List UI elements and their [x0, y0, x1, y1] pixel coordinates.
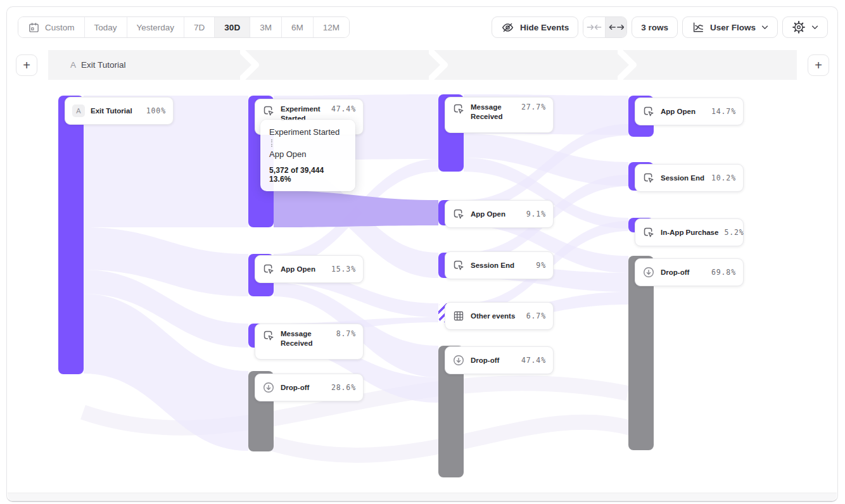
- hide-events-button[interactable]: Hide Events: [492, 16, 578, 38]
- node-label: Other events: [471, 312, 515, 321]
- step-divider-chevron: [240, 50, 259, 80]
- calendar-icon: [28, 22, 40, 34]
- node-card-message-received-step2[interactable]: Message Received8.7%: [255, 324, 364, 360]
- horizontal-scrollbar[interactable]: [8, 493, 837, 501]
- tap-icon: [642, 172, 655, 184]
- view-selector-button[interactable]: User Flows: [682, 16, 778, 38]
- tap-icon: [452, 208, 465, 220]
- date-range-7d[interactable]: 7D: [184, 17, 214, 37]
- tap-icon: [452, 103, 465, 115]
- node-value: 5.2%: [724, 228, 744, 237]
- node-card-other-events-step3[interactable]: Other events6.7%: [445, 302, 554, 330]
- node-label: In-App Purchase: [661, 228, 718, 237]
- tap-icon: [262, 104, 275, 117]
- tap-icon: [642, 105, 655, 118]
- drop-off-icon: [642, 266, 655, 279]
- sankey-bar-exit-tutorial[interactable]: [58, 96, 84, 374]
- node-value: 9.1%: [526, 210, 546, 218]
- add-column-right-button[interactable]: +: [808, 54, 829, 76]
- collapse-arrows-icon: [587, 23, 602, 32]
- tooltip-stat: 5,372 of 39,444 13.6%: [269, 166, 346, 184]
- node-label: Message Received: [471, 103, 516, 122]
- tooltip-connector: [271, 139, 272, 147]
- node-value: 100%: [146, 106, 166, 115]
- step-header-label: A Exit Tutorial: [70, 50, 126, 80]
- date-range-custom[interactable]: Custom: [18, 17, 84, 37]
- node-label: App Open: [661, 107, 696, 117]
- toolbar: CustomTodayYesterday7D30D3M6M12M Hide Ev…: [7, 7, 837, 38]
- tap-icon: [452, 259, 465, 272]
- view-selector-label: User Flows: [710, 23, 756, 32]
- sankey-links-layer: [7, 7, 839, 503]
- tooltip-target-event: App Open: [269, 149, 346, 159]
- gear-icon: [792, 20, 806, 34]
- node-value: 47.4%: [521, 356, 546, 365]
- node-label: Exit Tutorial: [91, 106, 132, 116]
- step-letter-badge: A: [72, 104, 85, 117]
- settings-button[interactable]: [782, 16, 828, 38]
- collapse-columns-button[interactable]: [583, 17, 605, 37]
- node-value: 27.7%: [521, 103, 546, 111]
- node-label: Drop-off: [661, 268, 689, 277]
- node-card-in-app-purchase-step4[interactable]: In-App Purchase5.2%: [635, 218, 744, 246]
- tooltip-source-event: Experiment Started: [269, 127, 346, 137]
- date-range-6m[interactable]: 6M: [281, 17, 313, 37]
- user-flows-chart-icon: [692, 21, 704, 34]
- date-range-label: 6M: [291, 23, 303, 32]
- date-range-3m[interactable]: 3M: [250, 17, 281, 37]
- step-letter: A: [70, 60, 76, 70]
- node-card-drop-off-step2[interactable]: Drop-off28.6%: [255, 374, 364, 401]
- node-card-drop-off-step4[interactable]: Drop-off69.8%: [635, 258, 744, 286]
- node-value: 10.2%: [711, 173, 736, 182]
- user-flows-app: CustomTodayYesterday7D30D3M6M12M Hide Ev…: [6, 6, 838, 502]
- drop-off-icon: [452, 354, 465, 367]
- tap-icon: [262, 263, 275, 275]
- grid-icon: [452, 310, 465, 322]
- date-range-control: CustomTodayYesterday7D30D3M6M12M: [18, 16, 350, 38]
- node-card-app-open-step2[interactable]: App Open15.3%: [255, 255, 364, 283]
- drop-off-icon: [262, 381, 275, 394]
- tap-icon: [262, 329, 275, 342]
- date-range-label: Today: [94, 23, 117, 32]
- chevron-down-icon: [761, 25, 768, 30]
- step-header-band[interactable]: A Exit Tutorial: [48, 50, 797, 80]
- node-card-app-open-step3[interactable]: App Open9.1%: [445, 200, 554, 228]
- date-range-label: 7D: [194, 23, 205, 32]
- date-range-30d[interactable]: 30D: [214, 17, 250, 37]
- node-value: 47.4%: [331, 104, 356, 113]
- node-label: Session End: [661, 173, 704, 183]
- column-width-toggle: [583, 16, 627, 38]
- node-label: Drop-off: [281, 383, 309, 393]
- date-range-label: 30D: [224, 23, 240, 32]
- step-divider-chevron: [618, 50, 637, 80]
- node-label: App Open: [471, 210, 505, 219]
- date-range-today[interactable]: Today: [84, 17, 127, 37]
- date-range-label: 3M: [260, 23, 272, 32]
- flow-link-highlighted[interactable]: [274, 191, 438, 227]
- toolbar-right: Hide Events 3 rows User Flows: [492, 16, 828, 38]
- node-value: 14.7%: [711, 107, 736, 116]
- node-card-session-end-step3[interactable]: Session End9%: [445, 251, 554, 279]
- rows-button[interactable]: 3 rows: [632, 16, 678, 38]
- node-card-exit-tutorial[interactable]: AExit Tutorial100%: [65, 97, 174, 125]
- flow-tooltip: Experiment Started App Open 5,372 of 39,…: [260, 120, 355, 191]
- node-card-session-end-step4[interactable]: Session End10.2%: [635, 164, 744, 192]
- sankey-canvas: Experiment Started App Open 5,372 of 39,…: [7, 7, 837, 501]
- node-card-app-open-step4[interactable]: App Open14.7%: [635, 98, 744, 125]
- node-value: 8.7%: [336, 329, 356, 338]
- node-card-drop-off-step3[interactable]: Drop-off47.4%: [445, 346, 554, 374]
- node-value: 9%: [536, 261, 546, 270]
- node-value: 28.6%: [331, 383, 356, 392]
- date-range-yesterday[interactable]: Yesterday: [127, 17, 184, 37]
- eye-off-icon: [501, 21, 514, 34]
- chevron-down-icon: [811, 25, 818, 30]
- date-range-12m[interactable]: 12M: [313, 17, 349, 37]
- date-range-label: Custom: [45, 23, 75, 32]
- expand-columns-button[interactable]: [605, 17, 626, 37]
- node-card-message-received-step3[interactable]: Message Received27.7%: [445, 97, 554, 133]
- rows-label: 3 rows: [641, 23, 668, 32]
- node-label: Drop-off: [471, 356, 499, 365]
- node-label: App Open: [281, 265, 315, 274]
- add-column-left-button[interactable]: +: [16, 54, 37, 76]
- node-value: 69.8%: [711, 268, 736, 277]
